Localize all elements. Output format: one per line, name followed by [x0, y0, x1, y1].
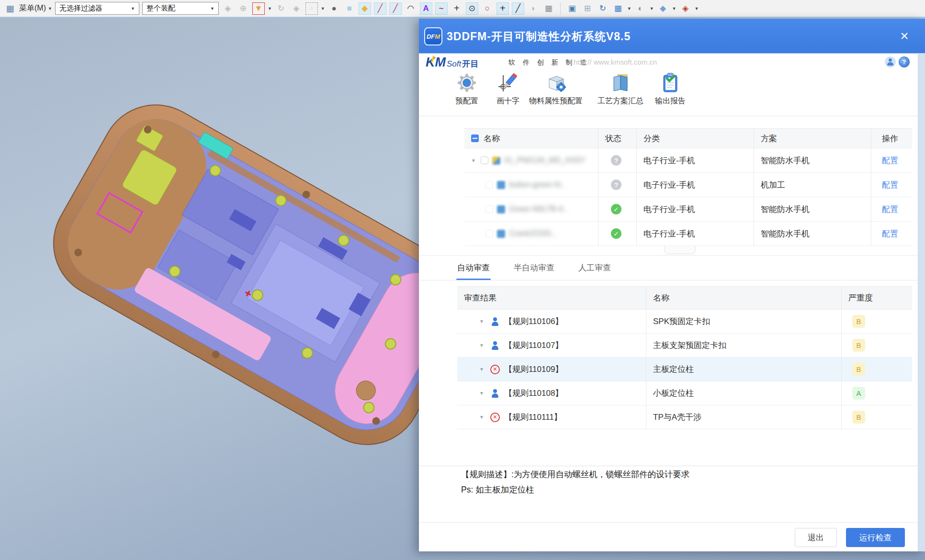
arc-icon[interactable]: ◠: [405, 2, 417, 15]
zoom-window-icon[interactable]: ▣: [566, 2, 578, 15]
plus-icon[interactable]: +: [496, 2, 509, 15]
material-preconfig-button[interactable]: 物料属性预配置: [529, 72, 583, 106]
expand-caret-icon[interactable]: ▼: [479, 319, 484, 324]
severity-badge: A: [852, 387, 865, 400]
menu-button[interactable]: 菜单(M)▼: [19, 3, 52, 13]
chevron-down-icon[interactable]: ▼: [695, 6, 699, 11]
table-row[interactable]: button-green-N.. ? 电子行业-手机 机加工 配置: [464, 173, 912, 197]
function-toolbar: 预配置 画十字: [419, 72, 925, 112]
exit-button[interactable]: 退出: [795, 528, 837, 547]
scheme-cell: 智能防水手机: [754, 148, 871, 172]
replace-component-icon[interactable]: ◈: [290, 2, 303, 15]
sheet-body-icon[interactable]: ◗: [527, 2, 540, 15]
part-name-blurred: button-green-N..: [509, 180, 565, 189]
brand-bar: KMSoft开目 软 件 创 新 制 造 http:// www.kmsoft.…: [419, 54, 925, 71]
tab-manual-review[interactable]: 人工审查: [577, 259, 612, 280]
table-row[interactable]: Green-N0LTB-4.. ✓ 电子行业-手机 智能防水手机 配置: [464, 197, 912, 222]
configure-link[interactable]: 配置: [882, 228, 898, 239]
expand-caret-icon[interactable]: ▼: [479, 367, 484, 372]
view-orient-icon[interactable]: ◆: [657, 2, 669, 15]
pan-icon[interactable]: ⊞: [581, 2, 594, 15]
chevron-down-icon[interactable]: ▼: [672, 6, 677, 11]
result-row[interactable]: ▼ 【规则110108】 小板定位柱 A: [457, 381, 912, 405]
assembly-constraints-icon[interactable]: ◈: [222, 2, 234, 15]
severity-badge: B: [852, 315, 865, 328]
result-row[interactable]: ▼ ✕ 【规则110111】 TP与A壳干涉 B: [457, 405, 912, 429]
person-icon: [490, 341, 500, 350]
configure-link[interactable]: 配置: [882, 204, 898, 215]
parts-table-header: 名称 状态 分类 方案 操作: [464, 128, 912, 148]
expand-caret-icon[interactable]: ▼: [479, 391, 484, 396]
process-summary-button[interactable]: 工艺方案汇总: [598, 72, 643, 106]
tab-semi-auto-review[interactable]: 半自动审查: [513, 259, 555, 280]
close-icon[interactable]: ×: [896, 28, 913, 45]
row-checkbox[interactable]: [485, 181, 493, 189]
cube-view-icon[interactable]: ■: [343, 2, 356, 15]
output-report-button[interactable]: 输出报告: [655, 72, 686, 106]
results-header: 审查结果 名称 严重度: [457, 286, 912, 310]
col-name: 名称: [484, 133, 500, 144]
row-checkbox[interactable]: [481, 157, 488, 164]
chevron-down-icon: ▼: [131, 6, 135, 11]
chevron-down-icon[interactable]: ▼: [268, 6, 272, 11]
circle-center-icon[interactable]: ⊙: [466, 2, 478, 15]
select-all-checkbox[interactable]: [471, 134, 479, 142]
grid-icon[interactable]: ▦: [542, 2, 555, 15]
line3-icon[interactable]: ╱: [512, 2, 524, 15]
rotate-view-icon[interactable]: ↻: [597, 2, 609, 15]
user-icon[interactable]: [885, 56, 896, 67]
table-row[interactable]: Crank22333... ✓ 电子行业-手机 智能防水手机 配置: [464, 222, 912, 246]
rule-name: SPK预固定卡扣: [646, 310, 842, 333]
selection-box-icon[interactable]: ▫: [305, 2, 318, 15]
dialog-titlebar[interactable]: DFM 3DDFM-开目可制造性分析系统V8.5 ×: [419, 19, 925, 54]
row-checkbox[interactable]: [485, 205, 493, 213]
part-name-blurred: 01_PN0134_MD_ASSY: [504, 156, 586, 165]
rule-name: 主板支架预固定卡扣: [646, 334, 842, 357]
expand-caret-icon[interactable]: ▼: [479, 343, 484, 348]
selection-filter-dropdown[interactable]: 无选择过滤器▼: [55, 2, 139, 15]
shaded-view-icon[interactable]: ●: [328, 2, 340, 15]
tab-auto-review[interactable]: 自动审查: [456, 259, 491, 280]
studio-spline-icon[interactable]: A: [420, 2, 432, 15]
chevron-down-icon[interactable]: ▼: [627, 6, 632, 11]
review-tabs: 自动审查 半自动审查 人工审查: [456, 259, 612, 280]
expand-caret-icon[interactable]: ▼: [471, 158, 476, 163]
line2-icon[interactable]: ╱: [389, 2, 402, 15]
snapshot-icon[interactable]: ◈: [679, 2, 692, 15]
chevron-down-icon[interactable]: ▼: [321, 6, 325, 11]
selection-scope-dropdown[interactable]: 整个装配▼: [142, 2, 219, 15]
part-icon: [497, 230, 505, 238]
curve-icon[interactable]: ~: [435, 2, 448, 15]
row-checkbox[interactable]: [485, 230, 493, 237]
chevron-down-icon[interactable]: ▼: [650, 6, 654, 11]
col-review-result: 审查结果: [457, 287, 646, 309]
right-scrollbar[interactable]: [918, 54, 925, 551]
rule-id: 【规则110109】: [504, 364, 563, 375]
selection-filter-icon[interactable]: ▼: [252, 2, 265, 15]
configure-link[interactable]: 配置: [882, 155, 898, 166]
rotate-component-icon[interactable]: ↻: [275, 2, 287, 15]
line-icon[interactable]: ╱: [374, 2, 386, 15]
move-component-icon[interactable]: ⊕: [237, 2, 249, 15]
status-unknown-icon: ?: [611, 155, 621, 166]
col-action: 操作: [871, 129, 912, 148]
help-icon[interactable]: ?: [899, 56, 910, 67]
expand-caret-icon[interactable]: ▼: [479, 414, 484, 420]
draw-cross-button[interactable]: 画十字: [496, 72, 519, 106]
fit-view-icon[interactable]: ▦: [612, 2, 624, 15]
render-style-icon[interactable]: ◐: [634, 2, 647, 15]
pattern-icon[interactable]: ◆: [359, 2, 371, 15]
circle-points-icon[interactable]: ○: [481, 2, 494, 15]
point-cross-icon[interactable]: +: [451, 2, 463, 15]
table-row[interactable]: ▼ 01_PN0134_MD_ASSY ? 电子行业-手机 智能防水手机 配置: [464, 148, 912, 173]
rule-id: 【规则110108】: [504, 388, 563, 399]
books-icon: [610, 72, 631, 93]
run-check-button[interactable]: 运行检查: [846, 528, 905, 547]
result-row-selected[interactable]: ▼ ✕ 【规则110109】 主板定位柱 B: [457, 358, 912, 381]
result-row[interactable]: ▼ 【规则110106】 SPK预固定卡扣 B: [457, 310, 912, 334]
result-row[interactable]: ▼ 【规则110107】 主板支架预固定卡扣 B: [457, 334, 912, 358]
collapse-handle[interactable]: [664, 246, 696, 254]
rule-id: 【规则110107】: [504, 340, 563, 351]
preconfig-button[interactable]: 预配置: [455, 72, 478, 106]
configure-link[interactable]: 配置: [882, 179, 898, 190]
